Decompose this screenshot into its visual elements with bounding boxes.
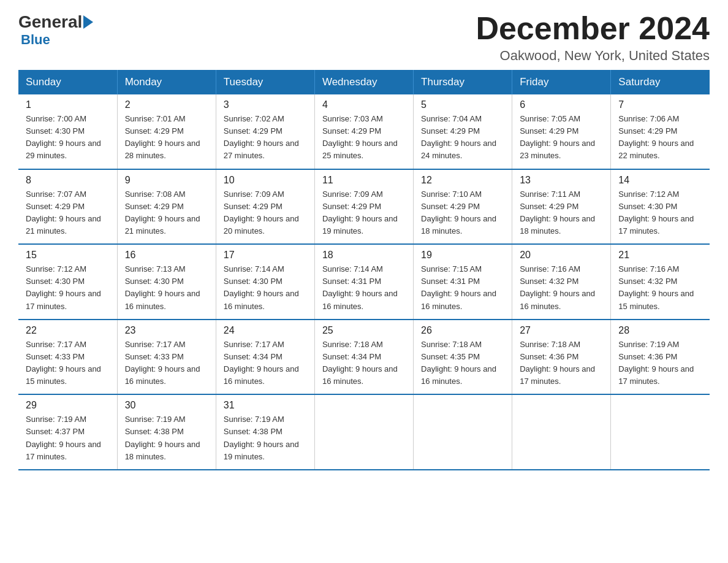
logo-arrow-icon	[83, 15, 93, 29]
day-info: Sunrise: 7:06 AMSunset: 4:29 PMDaylight:…	[618, 113, 702, 163]
calendar-day-header: Friday	[512, 70, 611, 94]
day-number: 15	[26, 250, 110, 261]
day-number: 23	[125, 325, 208, 336]
day-info: Sunrise: 7:17 AMSunset: 4:34 PMDaylight:…	[224, 339, 307, 388]
day-number: 4	[322, 99, 406, 110]
calendar-week-row: 29 Sunrise: 7:19 AMSunset: 4:37 PMDaylig…	[18, 394, 710, 470]
day-number: 25	[322, 325, 406, 336]
calendar-day-header: Saturday	[611, 70, 710, 94]
day-info: Sunrise: 7:02 AMSunset: 4:29 PMDaylight:…	[224, 113, 307, 163]
calendar-week-row: 8 Sunrise: 7:07 AMSunset: 4:29 PMDayligh…	[18, 169, 710, 245]
calendar-day-cell: 14 Sunrise: 7:12 AMSunset: 4:30 PMDaylig…	[611, 169, 710, 245]
month-title: December 2024	[476, 12, 710, 44]
calendar-day-cell: 30 Sunrise: 7:19 AMSunset: 4:38 PMDaylig…	[117, 394, 216, 470]
calendar-day-cell: 23 Sunrise: 7:17 AMSunset: 4:33 PMDaylig…	[117, 320, 216, 395]
calendar-day-cell: 19 Sunrise: 7:15 AMSunset: 4:31 PMDaylig…	[414, 244, 512, 320]
location-text: Oakwood, New York, United States	[476, 48, 710, 64]
day-number: 17	[224, 250, 307, 261]
page-header: General Blue December 2024 Oakwood, New …	[18, 12, 710, 64]
day-number: 22	[26, 325, 110, 336]
day-number: 14	[618, 175, 702, 186]
day-info: Sunrise: 7:14 AMSunset: 4:31 PMDaylight:…	[322, 263, 406, 313]
calendar-day-cell	[414, 394, 512, 470]
logo-blue-text: Blue	[21, 32, 50, 48]
calendar-day-cell: 25 Sunrise: 7:18 AMSunset: 4:34 PMDaylig…	[314, 320, 413, 395]
calendar-day-cell: 6 Sunrise: 7:05 AMSunset: 4:29 PMDayligh…	[512, 94, 611, 169]
day-info: Sunrise: 7:11 AMSunset: 4:29 PMDaylight:…	[520, 188, 603, 238]
day-info: Sunrise: 7:09 AMSunset: 4:29 PMDaylight:…	[224, 188, 307, 238]
day-info: Sunrise: 7:19 AMSunset: 4:38 PMDaylight:…	[125, 413, 208, 463]
calendar-day-cell: 10 Sunrise: 7:09 AMSunset: 4:29 PMDaylig…	[216, 169, 314, 245]
calendar-day-cell: 31 Sunrise: 7:19 AMSunset: 4:38 PMDaylig…	[216, 394, 314, 470]
day-number: 3	[224, 99, 307, 110]
day-number: 20	[520, 250, 603, 261]
calendar-day-cell: 18 Sunrise: 7:14 AMSunset: 4:31 PMDaylig…	[314, 244, 413, 320]
logo: General Blue	[18, 12, 93, 48]
day-number: 26	[421, 325, 504, 336]
day-info: Sunrise: 7:15 AMSunset: 4:31 PMDaylight:…	[421, 263, 504, 313]
calendar-table: SundayMondayTuesdayWednesdayThursdayFrid…	[18, 70, 710, 470]
day-info: Sunrise: 7:07 AMSunset: 4:29 PMDaylight:…	[26, 188, 110, 238]
calendar-day-cell: 28 Sunrise: 7:19 AMSunset: 4:36 PMDaylig…	[611, 320, 710, 395]
calendar-week-row: 1 Sunrise: 7:00 AMSunset: 4:30 PMDayligh…	[18, 94, 710, 169]
day-info: Sunrise: 7:18 AMSunset: 4:34 PMDaylight:…	[322, 339, 406, 388]
calendar-header-row: SundayMondayTuesdayWednesdayThursdayFrid…	[18, 70, 710, 94]
title-block: December 2024 Oakwood, New York, United …	[476, 12, 710, 64]
day-info: Sunrise: 7:13 AMSunset: 4:30 PMDaylight:…	[125, 263, 208, 313]
day-number: 9	[125, 175, 208, 186]
day-number: 21	[618, 250, 702, 261]
day-number: 8	[26, 175, 110, 186]
calendar-body: 1 Sunrise: 7:00 AMSunset: 4:30 PMDayligh…	[18, 94, 710, 470]
day-number: 1	[26, 99, 110, 110]
day-number: 5	[421, 99, 504, 110]
calendar-day-cell: 27 Sunrise: 7:18 AMSunset: 4:36 PMDaylig…	[512, 320, 611, 395]
calendar-day-cell: 8 Sunrise: 7:07 AMSunset: 4:29 PMDayligh…	[18, 169, 117, 245]
calendar-day-header: Monday	[117, 70, 216, 94]
day-info: Sunrise: 7:18 AMSunset: 4:35 PMDaylight:…	[421, 339, 504, 388]
day-number: 16	[125, 250, 208, 261]
day-number: 29	[26, 400, 110, 411]
calendar-day-cell: 13 Sunrise: 7:11 AMSunset: 4:29 PMDaylig…	[512, 169, 611, 245]
day-number: 30	[125, 400, 208, 411]
day-info: Sunrise: 7:09 AMSunset: 4:29 PMDaylight:…	[322, 188, 406, 238]
calendar-day-cell	[611, 394, 710, 470]
day-info: Sunrise: 7:12 AMSunset: 4:30 PMDaylight:…	[26, 263, 110, 313]
day-info: Sunrise: 7:16 AMSunset: 4:32 PMDaylight:…	[520, 263, 603, 313]
calendar-day-cell: 29 Sunrise: 7:19 AMSunset: 4:37 PMDaylig…	[18, 394, 117, 470]
day-info: Sunrise: 7:14 AMSunset: 4:30 PMDaylight:…	[224, 263, 307, 313]
day-info: Sunrise: 7:17 AMSunset: 4:33 PMDaylight:…	[26, 339, 110, 388]
day-number: 2	[125, 99, 208, 110]
calendar-day-cell: 22 Sunrise: 7:17 AMSunset: 4:33 PMDaylig…	[18, 320, 117, 395]
calendar-day-header: Wednesday	[314, 70, 413, 94]
day-info: Sunrise: 7:00 AMSunset: 4:30 PMDaylight:…	[26, 113, 110, 163]
day-number: 19	[421, 250, 504, 261]
day-info: Sunrise: 7:19 AMSunset: 4:38 PMDaylight:…	[224, 413, 307, 463]
day-number: 11	[322, 175, 406, 186]
day-number: 31	[224, 400, 307, 411]
day-info: Sunrise: 7:01 AMSunset: 4:29 PMDaylight:…	[125, 113, 208, 163]
day-info: Sunrise: 7:18 AMSunset: 4:36 PMDaylight:…	[520, 339, 603, 388]
day-info: Sunrise: 7:19 AMSunset: 4:36 PMDaylight:…	[618, 339, 702, 388]
calendar-day-cell: 5 Sunrise: 7:04 AMSunset: 4:29 PMDayligh…	[414, 94, 512, 169]
calendar-day-cell: 26 Sunrise: 7:18 AMSunset: 4:35 PMDaylig…	[414, 320, 512, 395]
calendar-day-cell: 3 Sunrise: 7:02 AMSunset: 4:29 PMDayligh…	[216, 94, 314, 169]
day-info: Sunrise: 7:16 AMSunset: 4:32 PMDaylight:…	[618, 263, 702, 313]
calendar-day-header: Tuesday	[216, 70, 314, 94]
day-info: Sunrise: 7:03 AMSunset: 4:29 PMDaylight:…	[322, 113, 406, 163]
day-number: 7	[618, 99, 702, 110]
calendar-day-header: Thursday	[414, 70, 512, 94]
calendar-day-cell: 11 Sunrise: 7:09 AMSunset: 4:29 PMDaylig…	[314, 169, 413, 245]
calendar-day-cell: 21 Sunrise: 7:16 AMSunset: 4:32 PMDaylig…	[611, 244, 710, 320]
day-number: 6	[520, 99, 603, 110]
calendar-week-row: 22 Sunrise: 7:17 AMSunset: 4:33 PMDaylig…	[18, 320, 710, 395]
day-info: Sunrise: 7:17 AMSunset: 4:33 PMDaylight:…	[125, 339, 208, 388]
calendar-day-header: Sunday	[18, 70, 117, 94]
calendar-week-row: 15 Sunrise: 7:12 AMSunset: 4:30 PMDaylig…	[18, 244, 710, 320]
day-info: Sunrise: 7:12 AMSunset: 4:30 PMDaylight:…	[618, 188, 702, 238]
calendar-day-cell: 16 Sunrise: 7:13 AMSunset: 4:30 PMDaylig…	[117, 244, 216, 320]
calendar-day-cell: 7 Sunrise: 7:06 AMSunset: 4:29 PMDayligh…	[611, 94, 710, 169]
calendar-day-cell: 9 Sunrise: 7:08 AMSunset: 4:29 PMDayligh…	[117, 169, 216, 245]
calendar-day-cell: 17 Sunrise: 7:14 AMSunset: 4:30 PMDaylig…	[216, 244, 314, 320]
calendar-day-cell: 2 Sunrise: 7:01 AMSunset: 4:29 PMDayligh…	[117, 94, 216, 169]
day-info: Sunrise: 7:19 AMSunset: 4:37 PMDaylight:…	[26, 413, 110, 463]
